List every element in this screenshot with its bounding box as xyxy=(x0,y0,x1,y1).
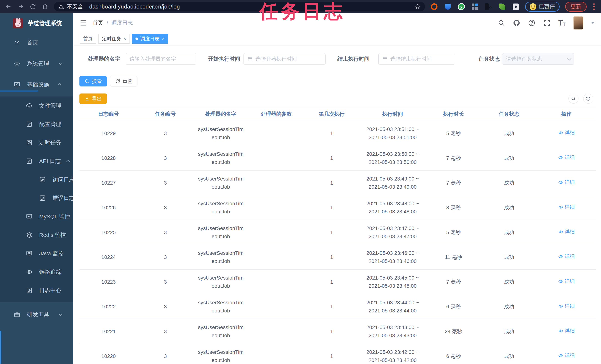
eye-icon xyxy=(558,229,563,234)
status-select[interactable]: 请选择任务状态 xyxy=(502,53,574,65)
sidebar-item-文件管理[interactable]: 文件管理 xyxy=(0,96,73,115)
handler-name-input[interactable] xyxy=(130,56,192,62)
end-time-label: 结束执行时间 xyxy=(336,55,378,63)
sidebar-item-访问日志[interactable]: 访问日志 xyxy=(0,170,73,189)
font-size-icon[interactable]: TT xyxy=(558,19,566,27)
end-time-picker[interactable]: 选择结束执行时间 xyxy=(378,53,455,65)
detail-link[interactable]: 详细 xyxy=(558,129,575,137)
status-cell: 成功 xyxy=(481,204,537,212)
detail-link[interactable]: 详细 xyxy=(558,253,575,261)
avatar[interactable] xyxy=(573,16,583,30)
url-text[interactable]: dashboard.yudao.iocoder.cn/job/log xyxy=(89,3,180,10)
detail-link[interactable]: 详细 xyxy=(558,203,575,211)
hamburger-icon[interactable] xyxy=(80,19,87,27)
duration-cell: 7 毫秒 xyxy=(426,179,481,187)
duration-cell: 7 毫秒 xyxy=(426,278,481,286)
eye-icon xyxy=(558,204,563,210)
table-row: 102273sysUserSessionTimeoutJob12021-05-0… xyxy=(80,171,596,195)
ext-puzzle-icon[interactable] xyxy=(512,3,520,10)
sidebar-item-系统管理[interactable]: 系统管理 xyxy=(0,54,73,73)
sidebar-item-配置管理[interactable]: 配置管理 xyxy=(0,115,73,133)
sidebar-item-label: 配置管理 xyxy=(39,121,61,128)
top-navbar: 首页 / 调度日志 TT xyxy=(73,13,601,32)
refresh-button[interactable] xyxy=(583,94,593,104)
sidebar-item-label: 文件管理 xyxy=(39,102,61,110)
toggle-search-button[interactable] xyxy=(569,94,579,104)
execute-time-cell: 2021-05-03 23:42:00 ~2021-05-03 23:42:00 xyxy=(359,348,426,364)
sidebar-item-label: 日志中心 xyxy=(39,287,61,294)
calendar-icon xyxy=(382,56,388,62)
github-icon[interactable] xyxy=(513,19,520,27)
sidebar-item-研发工具[interactable]: 研发工具 xyxy=(0,305,73,324)
sidebar-item-Java-监控[interactable]: Java 监控 xyxy=(0,244,73,263)
sidebar-logo-row[interactable]: 芋道管理系统 xyxy=(0,13,73,33)
search-icon[interactable] xyxy=(498,19,505,27)
sidebar-item-MySQL-监控[interactable]: MySQL 监控 xyxy=(0,207,73,226)
close-icon[interactable]: × xyxy=(123,36,126,41)
sidebar-item-label: API 日志 xyxy=(39,157,61,165)
table-body: 102293sysUserSessionTimeoutJob12021-05-0… xyxy=(80,121,596,364)
export-button[interactable]: 导出 xyxy=(80,93,107,104)
fullscreen-icon[interactable] xyxy=(543,19,551,27)
browser-update-button[interactable]: 更新 xyxy=(565,2,587,12)
sidebar-item-定时任务[interactable]: 定时任务 xyxy=(0,133,73,152)
browser-menu-icon[interactable] xyxy=(592,3,596,10)
help-icon[interactable] xyxy=(528,19,535,27)
forward-icon[interactable] xyxy=(17,3,24,10)
sidebar-item-首页[interactable]: 首页 xyxy=(0,33,73,52)
sidebar-item-链路追踪[interactable]: 链路追踪 xyxy=(0,263,73,281)
eye-icon xyxy=(558,279,563,284)
handler-name-cell: sysUserSessionTimeoutJob xyxy=(193,274,249,290)
tab-定时任务[interactable]: 定时任务× xyxy=(99,34,130,44)
sidebar-item-日志中心[interactable]: 日志中心 xyxy=(0,281,73,300)
duration-cell: 7 毫秒 xyxy=(426,154,481,162)
detail-link[interactable]: 详细 xyxy=(558,154,575,162)
ext-orange-ring-icon[interactable] xyxy=(431,3,438,10)
detail-link[interactable]: 详细 xyxy=(558,327,575,335)
address-bar[interactable]: 不安全 dashboard.yudao.iocoder.cn/job/log xyxy=(54,2,425,11)
dashboard-icon xyxy=(14,39,20,46)
ext-dark-on-icon[interactable]: on xyxy=(485,3,492,10)
column-header: 日志编号 xyxy=(80,111,138,118)
detail-link[interactable]: 详细 xyxy=(558,278,575,285)
ext-grid-icon[interactable] xyxy=(471,3,479,10)
reload-icon[interactable] xyxy=(30,3,36,10)
eye-icon xyxy=(26,269,32,275)
duration-cell: 6 毫秒 xyxy=(426,303,481,311)
search-button[interactable]: 搜索 xyxy=(80,76,107,86)
eye-icon xyxy=(558,180,563,185)
sidebar-scrollbar[interactable] xyxy=(0,331,1,364)
log-icon xyxy=(39,176,46,183)
tab-调度日志[interactable]: 调度日志× xyxy=(132,34,168,44)
tab-首页[interactable]: 首页 xyxy=(80,34,96,44)
sidebar-item-错误日志[interactable]: 错误日志 xyxy=(0,189,73,207)
breadcrumb-home[interactable]: 首页 xyxy=(92,19,103,27)
handler-name-cell: sysUserSessionTimeoutJob xyxy=(193,150,249,166)
chevron-up-icon xyxy=(66,160,70,163)
detail-link[interactable]: 详细 xyxy=(558,302,575,310)
reset-button[interactable]: 重置 xyxy=(110,76,138,86)
breadcrumb: 首页 / 调度日志 xyxy=(92,19,133,27)
execute-index-cell: 1 xyxy=(304,179,359,187)
ext-green-circle-icon[interactable]: y xyxy=(458,3,465,10)
ext-leaf-icon[interactable] xyxy=(499,3,506,10)
duration-cell: 5 毫秒 xyxy=(426,129,481,137)
ext-blue-gem-icon[interactable] xyxy=(444,3,451,10)
chevron-down-icon[interactable] xyxy=(591,22,595,24)
sidebar-item-Redis-监控[interactable]: Redis 监控 xyxy=(0,226,73,244)
sidebar-item-API-日志[interactable]: API 日志 xyxy=(0,152,73,170)
start-time-picker[interactable]: 选择开始执行时间 xyxy=(243,53,326,65)
bookmark-star-icon[interactable] xyxy=(415,4,421,10)
profile-paused-badge[interactable]: 已暂停 xyxy=(525,2,560,12)
close-icon[interactable]: × xyxy=(162,36,164,41)
detail-link[interactable]: 详细 xyxy=(558,179,575,186)
back-icon[interactable] xyxy=(5,3,12,10)
action-cell: 详细 xyxy=(537,179,596,187)
detail-link[interactable]: 详细 xyxy=(558,228,575,236)
home-icon[interactable] xyxy=(42,3,48,10)
handler-name-cell: sysUserSessionTimeoutJob xyxy=(193,249,249,265)
chevron-up-icon xyxy=(58,83,61,87)
security-label[interactable]: 不安全 xyxy=(67,3,83,10)
execute-time-cell: 2021-05-03 23:44:00 ~2021-05-03 23:44:00 xyxy=(359,299,426,315)
detail-link[interactable]: 详细 xyxy=(558,352,575,360)
